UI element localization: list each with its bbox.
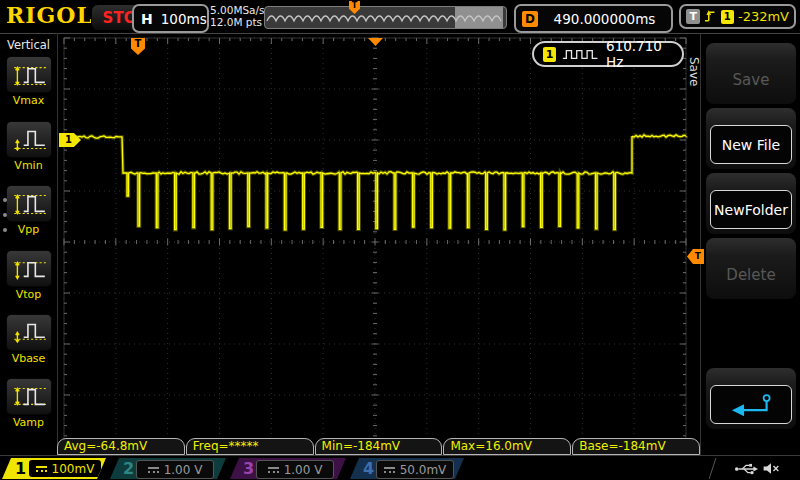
save-button[interactable]: Save xyxy=(706,43,796,104)
measurement-tab[interactable]: Avg=-64.8mV xyxy=(57,438,185,455)
usb-icon xyxy=(734,462,758,476)
trigger-level-value: -232mV xyxy=(738,9,789,24)
channel-scale: 50.0mV xyxy=(376,460,454,479)
menu-back-button[interactable] xyxy=(706,368,796,429)
page-indicator-dot xyxy=(3,213,7,217)
vbase-icon xyxy=(10,320,48,346)
memory-depth: 12.0M pts xyxy=(210,16,265,28)
waveform-display: T 1 610.710 Hz 1 T xyxy=(60,33,700,455)
trigger-slope-icon xyxy=(704,8,716,25)
new-file-button-label: New File xyxy=(710,125,792,164)
channel-number: 2 xyxy=(123,458,134,479)
channel-number: 3 xyxy=(243,458,254,479)
menu-item-label: Vpp xyxy=(0,223,57,236)
channel-status-bar: 1 100mV 2 1.00 V 3 1.00 V 4 50.0mV xyxy=(0,455,800,480)
sample-rate: 5.00MSa/s xyxy=(210,4,265,16)
freq-counter-channel-badge: 1 xyxy=(543,47,556,62)
menu-item-vmin[interactable]: Vmin xyxy=(0,121,57,172)
vpp-icon xyxy=(10,191,48,217)
status-separator xyxy=(709,458,717,479)
menu-item-vpp[interactable]: Vpp xyxy=(0,185,57,236)
vmin-icon xyxy=(10,127,48,153)
acquisition-info: 5.00MSa/s 12.0M pts xyxy=(210,4,265,28)
menu-item-label: Vtop xyxy=(0,288,57,301)
horizontal-label: H xyxy=(141,11,153,27)
delay-value: 490.000000ms xyxy=(538,11,671,27)
dc-coupling-icon xyxy=(384,466,395,474)
freq-counter-value: 610.710 Hz xyxy=(606,38,673,70)
page-indicator-dot xyxy=(3,198,7,202)
measurement-tab[interactable]: Freq=***** xyxy=(186,438,314,455)
softkey-menu-panel: Save New File NewFolder Delete xyxy=(700,33,800,455)
trigger-source-badge: 1 xyxy=(721,10,734,24)
channel-scale: 100mV xyxy=(29,460,101,477)
menu-item-vmax[interactable]: Vmax xyxy=(0,56,57,107)
delete-button[interactable]: Delete xyxy=(706,238,796,299)
trigger-readout-box: T 1 -232mV xyxy=(679,4,796,29)
delete-button-label: Delete xyxy=(710,255,792,294)
dc-coupling-icon xyxy=(36,465,47,473)
horizontal-scale-value: 100ms xyxy=(161,11,207,27)
menu-item-label: Vamp xyxy=(0,416,57,429)
channel-number: 1 xyxy=(15,458,26,479)
menu-item-label: Vbase xyxy=(0,352,57,365)
new-folder-button-label: NewFolder xyxy=(710,190,792,229)
vmax-icon xyxy=(10,62,48,88)
menu-tab-save: Save xyxy=(687,57,701,86)
delay-readout-box: D 490.000000ms xyxy=(514,4,673,33)
frequency-counter: 1 610.710 Hz xyxy=(532,41,684,67)
page-indicator-dot xyxy=(3,228,7,232)
channel-scale: 1.00 V xyxy=(256,460,334,479)
delay-label-badge: D xyxy=(522,11,538,27)
menu-item-vtop[interactable]: Vtop xyxy=(0,250,57,301)
measurement-results-bar: Avg=-64.8mV Freq=***** Min=-184mV Max=16… xyxy=(57,438,700,455)
channel-1-badge[interactable]: 1 100mV xyxy=(2,458,106,479)
top-status-bar: RIGOL STOP H 100ms 5.00MSa/s 12.0M pts T… xyxy=(0,0,800,34)
measure-menu-panel: Vertical Vmax Vmin Vpp xyxy=(0,33,58,455)
speaker-muted-icon xyxy=(762,461,780,476)
measurement-tab[interactable]: Min=-184mV xyxy=(315,438,443,455)
waveform-preview-bar xyxy=(264,6,507,29)
menu-item-vamp[interactable]: Vamp xyxy=(0,378,57,429)
measure-menu-title: Vertical xyxy=(0,38,57,52)
menu-item-label: Vmax xyxy=(0,94,57,107)
square-wave-icon xyxy=(562,47,600,61)
channel-scale: 1.00 V xyxy=(136,460,214,479)
vtop-icon xyxy=(10,256,48,282)
preview-waveform-icon xyxy=(265,7,506,28)
new-file-button[interactable]: New File xyxy=(706,108,796,169)
measurement-tab[interactable]: Max=16.0mV xyxy=(443,438,571,455)
channel-4-badge[interactable]: 4 50.0mV xyxy=(350,458,464,479)
trigger-label-badge: T xyxy=(686,9,700,24)
graticule-and-trace xyxy=(60,33,700,455)
vamp-icon xyxy=(10,384,48,410)
oscilloscope-screen: { "top_bar": { "brand": "RIGOL", "run_st… xyxy=(0,0,800,480)
menu-item-vbase[interactable]: Vbase xyxy=(0,314,57,365)
dc-coupling-icon xyxy=(268,466,279,474)
brand-logo: RIGOL xyxy=(6,2,93,28)
horizontal-scale-box: H 100ms xyxy=(132,4,209,33)
channel-number: 4 xyxy=(363,458,374,479)
return-arrow-icon xyxy=(723,392,779,418)
channel-3-badge[interactable]: 3 1.00 V xyxy=(230,458,346,479)
menu-item-label: Vmin xyxy=(0,159,57,172)
new-folder-button[interactable]: NewFolder xyxy=(706,173,796,234)
save-button-label: Save xyxy=(710,60,792,99)
dc-coupling-icon xyxy=(148,466,159,474)
channel-2-badge[interactable]: 2 1.00 V xyxy=(110,458,226,479)
measurement-tab[interactable]: Base=-184mV xyxy=(572,438,700,455)
